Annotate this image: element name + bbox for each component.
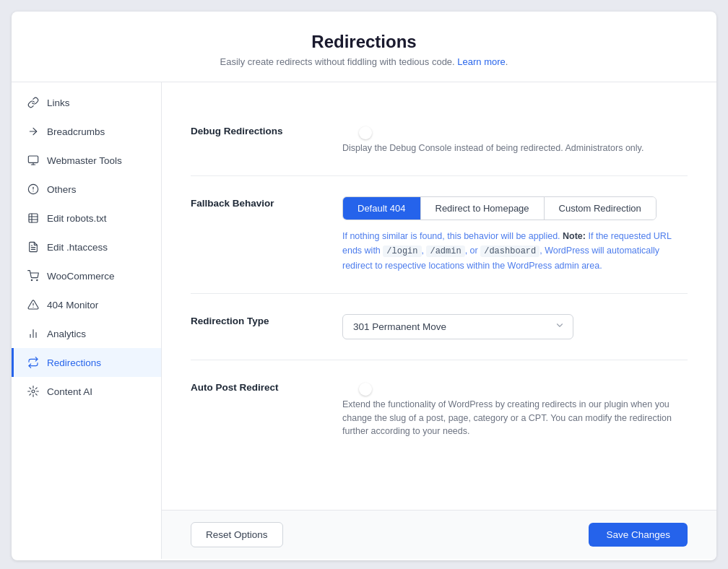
- sidebar-item-label: Edit .htaccess: [47, 242, 108, 253]
- svg-rect-7: [29, 214, 38, 222]
- save-changes-button[interactable]: Save Changes: [589, 523, 688, 547]
- learn-more-link[interactable]: Learn more: [457, 56, 505, 67]
- analytics-icon: [27, 327, 40, 340]
- sidebar-item-webmaster-tools[interactable]: Webmaster Tools: [12, 146, 161, 175]
- sidebar-item-label: Content AI: [47, 386, 92, 397]
- sidebar-item-label: Edit robots.txt: [47, 213, 107, 224]
- page-header: Redirections Easily create redirects wit…: [12, 12, 716, 82]
- auto-post-redirect-label: Auto Post Redirect: [191, 381, 321, 438]
- auto-post-redirect-row: Auto Post Redirect Extend the functional…: [191, 360, 688, 459]
- redirections-icon: [27, 356, 40, 369]
- fallback-custom-redirection-button[interactable]: Custom Redirection: [545, 197, 656, 220]
- auto-toggle-thumb: [359, 383, 372, 396]
- footer-bar: Reset Options Save Changes: [162, 510, 716, 559]
- sidebar-item-analytics[interactable]: Analytics: [12, 319, 161, 348]
- redirection-type-row: Redirection Type 301 Permanent Move 302 …: [191, 294, 688, 360]
- redirection-type-select-wrapper: 301 Permanent Move 302 Temporary Redirec…: [342, 314, 573, 339]
- debug-redirections-control: Display the Debug Console instead of bei…: [342, 124, 688, 155]
- contentai-icon: [27, 385, 40, 398]
- auto-post-redirect-description: Extend the functionality of WordPress by…: [342, 398, 688, 438]
- svg-rect-1: [28, 156, 38, 162]
- fallback-behavior-btn-group: Default 404 Redirect to Homepage Custom …: [342, 196, 656, 220]
- sidebar-item-label: Redirections: [47, 357, 101, 368]
- sidebar-item-404-monitor[interactable]: 404 Monitor: [12, 290, 161, 319]
- fallback-default404-button[interactable]: Default 404: [343, 197, 421, 220]
- sidebar-item-breadcrumbs[interactable]: Breadcrumbs: [12, 117, 161, 146]
- page-title: Redirections: [26, 32, 702, 52]
- webmaster-icon: [27, 154, 40, 167]
- fallback-behavior-control: Default 404 Redirect to Homepage Custom …: [342, 196, 688, 273]
- sidebar: Links Breadcrumbs Webmaster Tools Others: [12, 82, 162, 559]
- svg-point-20: [32, 390, 35, 393]
- sidebar-item-others[interactable]: Others: [12, 175, 161, 204]
- sidebar-item-label: Analytics: [47, 329, 86, 339]
- sidebar-item-edit-robots[interactable]: Edit robots.txt: [12, 204, 161, 233]
- htaccess-icon: [27, 240, 40, 253]
- debug-redirections-row: Debug Redirections Display the Debug Con…: [191, 104, 688, 176]
- page-subtitle: Easily create redirects without fiddling…: [26, 56, 702, 67]
- sidebar-item-woocommerce[interactable]: WooCommerce: [12, 261, 161, 290]
- settings-panel: Debug Redirections Display the Debug Con…: [162, 82, 716, 510]
- reset-options-button[interactable]: Reset Options: [191, 522, 283, 547]
- main-container: Redirections Easily create redirects wit…: [12, 12, 716, 560]
- debug-redirections-label: Debug Redirections: [191, 124, 321, 155]
- sidebar-item-edit-htaccess[interactable]: Edit .htaccess: [12, 233, 161, 261]
- auto-post-redirect-control: Extend the functionality of WordPress by…: [342, 381, 688, 438]
- link-icon: [27, 96, 40, 109]
- sidebar-item-label: Others: [47, 184, 77, 195]
- redirection-type-select[interactable]: 301 Permanent Move 302 Temporary Redirec…: [342, 314, 573, 339]
- redirection-type-label: Redirection Type: [191, 314, 321, 339]
- svg-point-14: [37, 279, 38, 280]
- breadcrumbs-icon: [27, 125, 40, 138]
- sidebar-item-label: Webmaster Tools: [47, 155, 122, 166]
- redirection-type-control: 301 Permanent Move 302 Temporary Redirec…: [342, 314, 688, 339]
- woocommerce-icon: [27, 269, 40, 282]
- others-icon: [27, 183, 40, 196]
- sidebar-item-label: Links: [47, 97, 70, 108]
- content-area: Links Breadcrumbs Webmaster Tools Others: [12, 82, 716, 559]
- toggle-thumb: [359, 126, 372, 139]
- sidebar-item-label: WooCommerce: [47, 271, 115, 282]
- fallback-redirect-homepage-button[interactable]: Redirect to Homepage: [421, 197, 545, 220]
- sidebar-item-links[interactable]: Links: [12, 88, 161, 117]
- fallback-behavior-row: Fallback Behavior Default 404 Redirect t…: [191, 176, 688, 294]
- sidebar-item-label: 404 Monitor: [47, 300, 98, 310]
- sidebar-item-content-ai[interactable]: Content AI: [12, 377, 161, 406]
- fallback-behavior-label: Fallback Behavior: [191, 196, 321, 273]
- sidebar-item-label: Breadcrumbs: [47, 126, 105, 137]
- sidebar-item-redirections[interactable]: Redirections: [12, 348, 161, 377]
- fallback-behavior-info: If nothing similar is found, this behavi…: [342, 229, 688, 273]
- robots-icon: [27, 212, 40, 225]
- debug-redirections-description: Display the Debug Console instead of bei…: [342, 142, 688, 155]
- svg-point-13: [31, 279, 32, 280]
- monitor-icon: [27, 298, 40, 311]
